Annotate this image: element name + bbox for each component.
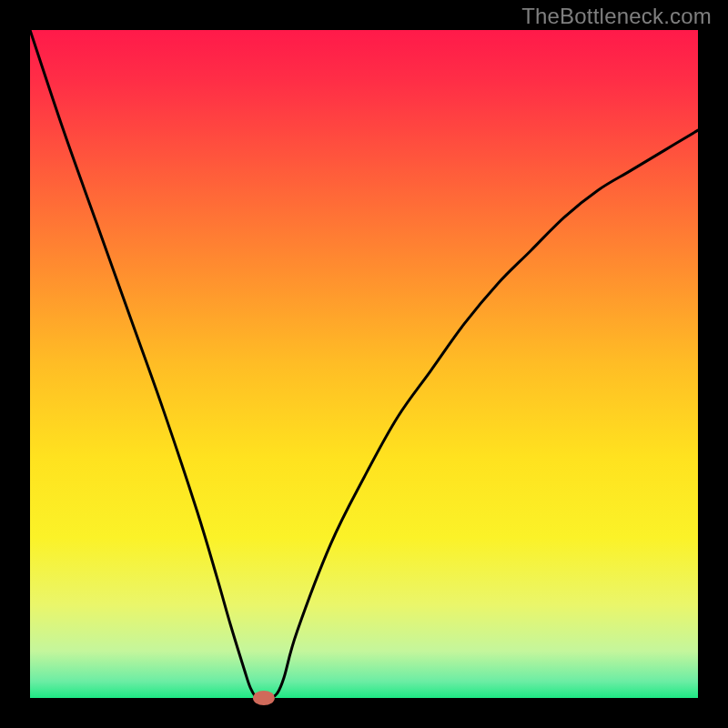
chart-frame: TheBottleneck.com — [0, 0, 728, 728]
bottleneck-chart — [0, 0, 728, 728]
optimal-marker — [253, 691, 275, 705]
watermark-label: TheBottleneck.com — [521, 4, 712, 29]
plot-background — [30, 30, 698, 698]
